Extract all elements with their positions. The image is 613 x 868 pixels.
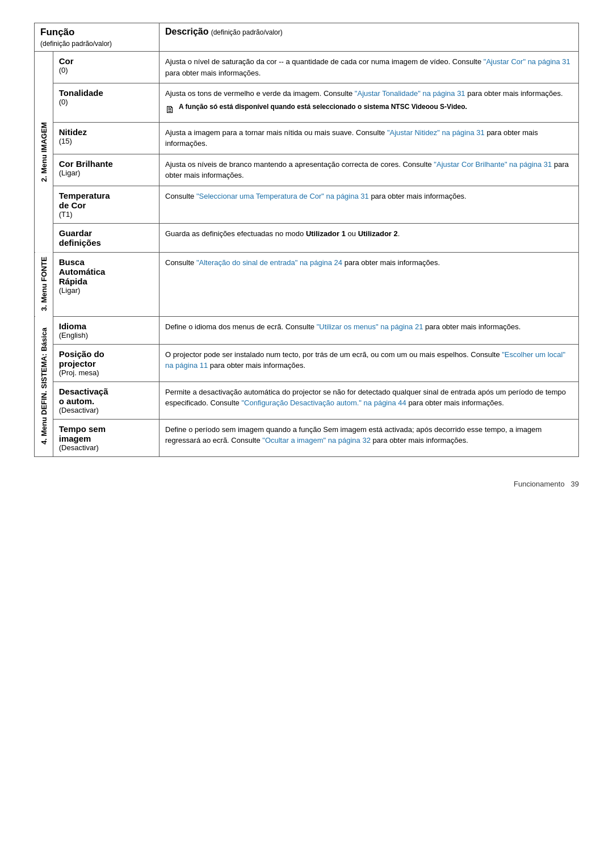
note-text-tonalidade: A função só está disponível quando está …	[179, 102, 467, 112]
desc-cell-nitidez: Ajusta a imagem para a tornar mais nítid…	[159, 122, 579, 154]
func-default-busca: (Ligar)	[59, 286, 81, 295]
header-description-cell: Descrição (definição padrão/valor)	[159, 23, 579, 52]
header-desc-bold: Descrição	[165, 27, 209, 36]
link-ajustar-nitidez[interactable]: "Ajustar Nitidez" na página 31	[387, 128, 485, 137]
func-name-busca: BuscaAutomáticaRápida	[59, 257, 106, 286]
link-escolher-local[interactable]: "Escolher um local" na página 11	[165, 350, 565, 370]
func-cell-tonalidade: Tonalidade (0)	[53, 83, 159, 123]
section-label-fonte: 3. Menu FONTE	[35, 252, 53, 316]
bold-utilizador1: Utilizador 1	[306, 229, 346, 238]
func-cell-desactivacao: Desactivação autom. (Desactivar)	[53, 381, 159, 419]
header-function-cell: Função (definição padrão/valor)	[35, 23, 159, 52]
table-row: Posição doprojector (Proj. mesa) O proje…	[35, 344, 579, 381]
table-row: Cor Brilhante (Ligar) Ajusta os níveis d…	[35, 154, 579, 186]
func-name-cor: Cor	[59, 56, 74, 66]
table-row: Nitidez (15) Ajusta a imagem para a torn…	[35, 122, 579, 154]
desc-cell-idioma: Define o idioma dos menus de ecrã. Consu…	[159, 316, 579, 344]
table-row: Guardardefinições Guarda as definições e…	[35, 223, 579, 252]
func-cell-temperatura: Temperaturade Cor (T1)	[53, 186, 159, 223]
desc-cell-posicao: O projector pode ser instalado num tecto…	[159, 344, 579, 381]
footer-page: 39	[571, 480, 579, 488]
desc-cell-cor: Ajusta o nível de saturação da cor -- a …	[159, 52, 579, 83]
header-desc-sub: (definição padrão/valor)	[211, 28, 283, 36]
func-default-tempo: (Desactivar)	[59, 443, 99, 452]
table-row: Temperaturade Cor (T1) Consulte "Selecci…	[35, 186, 579, 223]
func-name-tempo: Tempo semimagem	[59, 424, 106, 443]
func-name-guardar: Guardardefinições	[59, 228, 101, 248]
table-row: 2. Menu IMAGEM Cor (0) Ajusta o nível de…	[35, 52, 579, 83]
bold-utilizador2: Utilizador 2	[358, 229, 398, 238]
footer-label: Funcionamento	[514, 480, 565, 488]
func-name-idioma: Idioma	[59, 321, 86, 331]
func-default-desactivacao: (Desactivar)	[59, 406, 99, 414]
header-function-sub: (definição padrão/valor)	[40, 40, 112, 48]
func-cell-idioma: Idioma (English)	[53, 316, 159, 344]
func-name-posicao: Posição doprojector	[59, 349, 104, 368]
desc-cell-guardar: Guarda as definições efectuadas no modo …	[159, 223, 579, 252]
link-utilizar-menus[interactable]: "Utilizar os menus" na página 21	[317, 322, 423, 331]
page-container: Função (definição padrão/valor) Descriçã…	[34, 23, 579, 488]
header-row: Função (definição padrão/valor) Descriçã…	[35, 23, 579, 52]
func-name-nitidez: Nitidez	[59, 127, 87, 137]
func-cell-guardar: Guardardefinições	[53, 223, 159, 252]
func-default-idioma: (English)	[59, 331, 88, 339]
note-icon: 🗎	[165, 102, 175, 118]
func-default-tonalidade: (0)	[59, 98, 68, 106]
link-ajustar-cor[interactable]: "Ajustar Cor" na página 31	[484, 57, 570, 66]
table-row: 3. Menu FONTE BuscaAutomáticaRápida (Lig…	[35, 252, 579, 316]
func-default-temperatura: (T1)	[59, 210, 73, 219]
desc-cell-desactivacao: Permite a desactivação automática do pro…	[159, 381, 579, 419]
link-alteracao-sinal[interactable]: "Alteração do sinal de entrada" na págin…	[196, 258, 342, 267]
func-cell-busca: BuscaAutomáticaRápida (Ligar)	[53, 252, 159, 316]
table-row: Tonalidade (0) Ajusta os tons de vermelh…	[35, 83, 579, 123]
func-default-nitidez: (15)	[59, 137, 72, 145]
desc-cell-busca: Consulte "Alteração do sinal de entrada"…	[159, 252, 579, 316]
link-config-desactivacao[interactable]: "Configuração Desactivação autom." na pá…	[241, 399, 406, 407]
main-table: Função (definição padrão/valor) Descriçã…	[34, 23, 579, 457]
func-cell-corbrilhante: Cor Brilhante (Ligar)	[53, 154, 159, 186]
section-label-sistema: 4. Menu DEFIN. SISTEMA: Básica	[35, 316, 53, 456]
desc-cell-temperatura: Consulte "Seleccionar uma Temperatura de…	[159, 186, 579, 223]
table-row: Desactivação autom. (Desactivar) Permite…	[35, 381, 579, 419]
header-function-title: Função	[40, 27, 74, 37]
func-cell-posicao: Posição doprojector (Proj. mesa)	[53, 344, 159, 381]
func-name-corbrilhante: Cor Brilhante	[59, 159, 113, 169]
table-row: Tempo semimagem (Desactivar) Define o pe…	[35, 419, 579, 456]
table-row: 4. Menu DEFIN. SISTEMA: Básica Idioma (E…	[35, 316, 579, 344]
desc-cell-tonalidade: Ajusta os tons de vermelho e verde da im…	[159, 83, 579, 123]
desc-cell-tempo: Define o período sem imagem quando a fun…	[159, 419, 579, 456]
section-label-imagem: 2. Menu IMAGEM	[35, 52, 53, 253]
func-default-corbrilhante: (Ligar)	[59, 169, 81, 177]
link-temperatura-cor[interactable]: "Seleccionar uma Temperatura de Cor" na …	[196, 192, 369, 200]
func-cell-nitidez: Nitidez (15)	[53, 122, 159, 154]
func-cell-cor: Cor (0)	[53, 52, 159, 83]
link-ajustar-corbrilhante[interactable]: "Ajustar Cor Brilhante" na página 31	[434, 160, 552, 169]
link-ocultar-imagem[interactable]: "Ocultar a imagem" na página 32	[262, 436, 371, 445]
footer: Funcionamento 39	[34, 480, 579, 488]
func-name-desactivacao: Desactivação autom.	[59, 387, 108, 406]
desc-cell-corbrilhante: Ajusta os níveis de branco mantendo a ap…	[159, 154, 579, 186]
func-name-temperatura: Temperaturade Cor	[59, 191, 110, 210]
func-name-tonalidade: Tonalidade	[59, 88, 103, 98]
func-cell-tempo: Tempo semimagem (Desactivar)	[53, 419, 159, 456]
note-box-tonalidade: 🗎 A função só está disponível quando est…	[165, 102, 573, 118]
link-ajustar-tonalidade[interactable]: "Ajustar Tonalidade" na página 31	[355, 89, 465, 98]
func-default-posicao: (Proj. mesa)	[59, 368, 99, 377]
func-default-cor: (0)	[59, 66, 68, 74]
